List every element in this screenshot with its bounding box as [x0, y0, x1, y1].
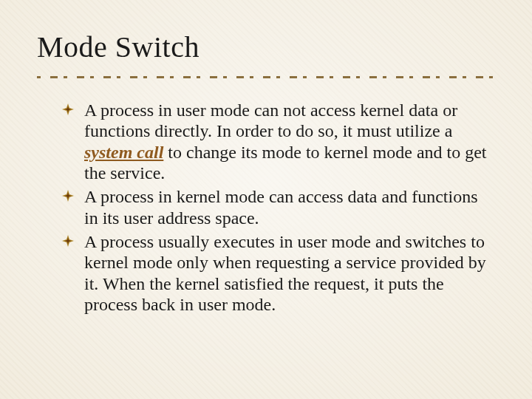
svg-marker-3 [64, 192, 72, 200]
bullet-text-pre: A process usually executes in user mode … [84, 232, 486, 314]
svg-marker-5 [64, 237, 72, 245]
svg-marker-1 [64, 106, 72, 113]
list-item: A process usually executes in user mode … [84, 231, 488, 315]
slide-title: Mode Switch [37, 30, 495, 64]
bullet-icon [62, 235, 74, 247]
bullet-text-pre: A process in kernel mode can access data… [84, 187, 477, 227]
bullet-list: A process in user mode can not access ke… [37, 100, 495, 315]
bullet-icon [62, 103, 74, 115]
bullet-text-pre: A process in user mode can not access ke… [84, 100, 457, 140]
bullet-text-emphasis: system call [84, 143, 163, 162]
list-item: A process in kernel mode can access data… [84, 186, 488, 228]
bullet-icon [62, 190, 74, 202]
list-item: A process in user mode can not access ke… [84, 100, 488, 183]
title-divider [37, 73, 495, 81]
